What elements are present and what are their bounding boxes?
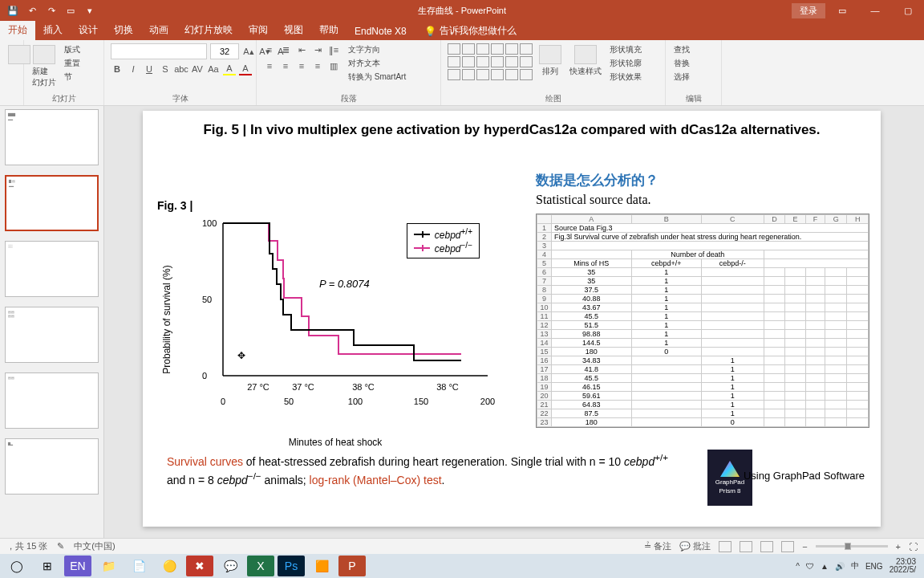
reset-button[interactable]: 重置 (63, 57, 82, 70)
thumbnail-2[interactable]: ▇ ▤▂▂ (5, 175, 99, 231)
tab-view[interactable]: 视图 (276, 20, 311, 40)
reading-view-icon[interactable] (760, 541, 773, 552)
numbering-icon[interactable]: ≣ (279, 43, 292, 56)
system-clock[interactable]: 23:032022/5/ (890, 558, 916, 574)
thumbnail-4[interactable]: ▤▤▤▤ (5, 307, 99, 363)
start-button[interactable]: ◯ (3, 556, 30, 576)
bullets-icon[interactable]: ≡ (263, 43, 276, 56)
ribbon-display-icon[interactable]: ▭ (826, 0, 858, 21)
tab-endnote[interactable]: EndNote X8 (346, 22, 415, 40)
layout-button[interactable]: 版式 (63, 43, 82, 56)
quick-styles-button[interactable]: 快速样式 (568, 43, 603, 79)
task-view-icon[interactable]: ⊞ (34, 556, 61, 576)
spellcheck-icon[interactable]: ✎ (57, 541, 64, 552)
shape-outline-button[interactable]: 形状轮廓 (608, 57, 643, 70)
select-button[interactable]: 选择 (672, 71, 691, 83)
zoom-in-icon[interactable]: + (896, 542, 901, 552)
find-button[interactable]: 查找 (672, 43, 691, 56)
maximize-icon[interactable]: ▢ (892, 0, 924, 21)
bold-icon[interactable]: B (111, 63, 124, 75)
thumbnail-1[interactable]: ▇▇▇▂▂ (5, 109, 99, 165)
thumbnail-6[interactable]: ▇▂ (5, 438, 99, 495)
thumbnail-3[interactable]: ░░ (5, 241, 99, 297)
tab-transitions[interactable]: 切换 (106, 20, 141, 40)
chart-ylabel: Probability of survival (%) (161, 265, 172, 373)
tab-design[interactable]: 设计 (71, 20, 106, 40)
decrease-indent-icon[interactable]: ⇤ (295, 43, 308, 56)
tab-slideshow[interactable]: 幻灯片放映 (176, 20, 241, 40)
font-size-input[interactable] (210, 43, 239, 59)
line-spacing-icon[interactable]: ‖≡ (327, 43, 340, 56)
taskbar-app-1[interactable]: EN (64, 556, 91, 576)
chrome-icon[interactable]: 🟡 (156, 556, 183, 576)
align-text-button[interactable]: 对齐文本 (346, 57, 407, 70)
slideshow-view-icon[interactable] (781, 541, 794, 552)
excel-icon[interactable]: X (247, 556, 274, 576)
minimize-icon[interactable]: — (859, 0, 891, 21)
redo-icon[interactable]: ↷ (45, 4, 58, 17)
tab-help[interactable]: 帮助 (311, 20, 346, 40)
tab-insert[interactable]: 插入 (35, 20, 71, 40)
ime-indicator[interactable]: 中 (851, 560, 859, 572)
start-slideshow-icon[interactable]: ▭ (64, 4, 77, 17)
replace-button[interactable]: 替换 (672, 57, 691, 70)
spacing-icon[interactable]: AV (191, 63, 204, 75)
powerpoint-icon[interactable]: P (338, 556, 366, 576)
file-explorer-icon[interactable]: 📁 (95, 556, 122, 576)
tell-me-search[interactable]: 💡 告诉我你想做什么 (418, 22, 523, 40)
wechat-icon[interactable]: 💬 (217, 556, 244, 576)
tab-animations[interactable]: 动画 (141, 20, 176, 40)
app-orange-icon[interactable]: 🟧 (308, 556, 335, 576)
strike-icon[interactable]: S (159, 63, 172, 75)
smartart-button[interactable]: 转换为 SmartArt (346, 71, 407, 83)
slide-thumbnails[interactable]: ▇▇▇▂▂ ▇ ▤▂▂ ░░ ▤▤▤▤ ▤▤ ▇▂ (0, 106, 104, 538)
tray-volume-icon[interactable]: 🔊 (835, 562, 845, 571)
increase-font-icon[interactable]: A▴ (242, 45, 255, 58)
font-color-icon[interactable]: A (239, 63, 252, 75)
lang-indicator[interactable]: ENG (865, 562, 883, 571)
zoom-out-icon[interactable]: − (802, 542, 807, 552)
save-icon[interactable]: 💾 (6, 4, 19, 17)
font-name-input[interactable] (111, 43, 207, 59)
tab-review[interactable]: 审阅 (241, 20, 276, 40)
increase-indent-icon[interactable]: ⇥ (311, 43, 324, 56)
photoshop-icon[interactable]: Ps (278, 556, 305, 576)
tray-network-icon[interactable]: ▲ (821, 562, 829, 571)
slide-editor[interactable]: Fig. 5 | In vivo multiplex gene activati… (104, 106, 924, 538)
zoom-slider[interactable] (816, 545, 888, 547)
qat-more-icon[interactable]: ▾ (83, 4, 96, 17)
app-red-icon[interactable]: ✖ (186, 556, 213, 576)
tray-expand-icon[interactable]: ^ (796, 562, 800, 571)
shapes-gallery[interactable] (448, 43, 533, 80)
shape-fill-button[interactable]: 形状填充 (608, 43, 643, 56)
comments-button[interactable]: 💬 批注 (679, 540, 711, 552)
columns-icon[interactable]: ▥ (327, 59, 340, 72)
new-slide-button[interactable]: 新建 幻灯片 (30, 43, 58, 90)
align-right-icon[interactable]: ≡ (295, 59, 308, 72)
slide-canvas[interactable]: Fig. 5 | In vivo multiplex gene activati… (143, 111, 881, 527)
section-button[interactable]: 节 (63, 71, 82, 83)
sorter-view-icon[interactable] (740, 541, 752, 552)
italic-icon[interactable]: I (127, 63, 140, 75)
tray-shield-icon[interactable]: 🛡 (806, 562, 814, 571)
tab-home[interactable]: 开始 (0, 20, 35, 40)
shape-effects-button[interactable]: 形状效果 (608, 71, 643, 83)
arrange-button[interactable]: 排列 (537, 43, 563, 79)
prism-triangle-icon (720, 461, 740, 477)
pdf-app-icon[interactable]: 📄 (125, 556, 152, 576)
login-button[interactable]: 登录 (792, 3, 825, 18)
underline-icon[interactable]: U (143, 63, 156, 75)
fit-window-icon[interactable]: ⛶ (909, 542, 918, 552)
thumbnail-5[interactable]: ▤▤ (5, 372, 99, 429)
align-center-icon[interactable]: ≡ (279, 59, 292, 72)
notes-button[interactable]: ≟ 备注 (644, 540, 671, 552)
highlight-icon[interactable]: A (223, 63, 236, 75)
justify-icon[interactable]: ≡ (311, 59, 324, 72)
align-left-icon[interactable]: ≡ (263, 59, 276, 72)
shadow-icon[interactable]: abc (175, 63, 188, 75)
normal-view-icon[interactable] (719, 541, 732, 552)
case-icon[interactable]: Aa (207, 63, 220, 75)
undo-icon[interactable]: ↶ (26, 4, 38, 17)
language-status[interactable]: 中文(中国) (74, 540, 115, 552)
text-direction-button[interactable]: 文字方向 (346, 43, 407, 56)
